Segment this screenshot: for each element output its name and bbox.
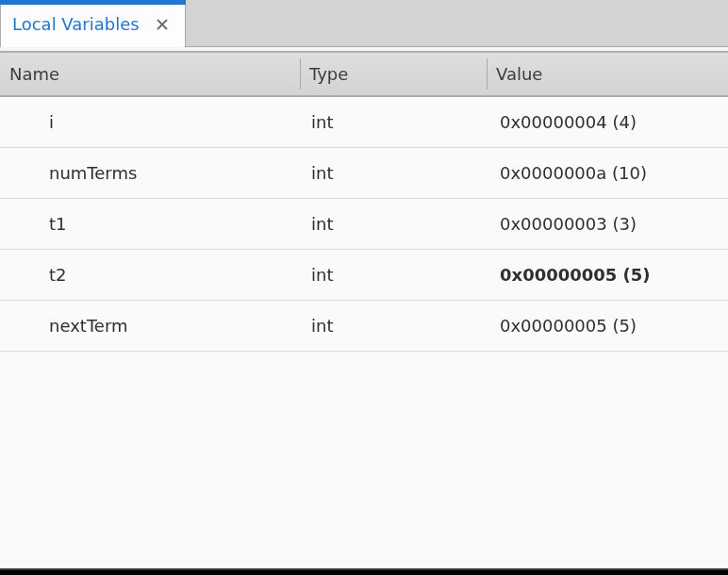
tab-label: Local Variables — [12, 14, 140, 34]
local-variables-panel: Local Variables Name Type Value iint0x00… — [0, 0, 728, 575]
column-header-value[interactable]: Value — [487, 53, 728, 97]
column-header-type[interactable]: Type — [300, 53, 487, 97]
table-row[interactable]: iint0x00000004 (4) — [0, 96, 728, 148]
tab-active-accent — [0, 0, 186, 5]
variable-type: int — [300, 199, 487, 250]
variable-type: int — [300, 96, 487, 148]
table-row[interactable]: t2int0x00000005 (5) — [0, 250, 728, 301]
table-row[interactable]: nextTermint0x00000005 (5) — [0, 301, 728, 352]
table-row[interactable]: numTermsint0x0000000a (10) — [0, 148, 728, 199]
close-icon[interactable] — [155, 17, 170, 32]
variables-table: Name Type Value iint0x00000004 (4)numTer… — [0, 52, 728, 352]
tab-bar: Local Variables — [0, 0, 728, 47]
footer-divider — [0, 568, 728, 575]
variable-value: 0x00000005 (5) — [487, 301, 728, 352]
tab-local-variables[interactable]: Local Variables — [0, 0, 186, 47]
variable-value: 0x00000004 (4) — [487, 96, 728, 148]
variable-name: nextTerm — [0, 301, 300, 352]
variable-name: t1 — [0, 199, 300, 250]
table-header-row: Name Type Value — [0, 53, 728, 97]
variable-type: int — [300, 250, 487, 301]
variable-type: int — [300, 148, 487, 199]
table-row[interactable]: t1int0x00000003 (3) — [0, 199, 728, 250]
variable-name: i — [0, 96, 300, 148]
variable-value: 0x00000005 (5) — [487, 250, 728, 301]
column-header-name[interactable]: Name — [0, 53, 300, 97]
variable-name: numTerms — [0, 148, 300, 199]
variable-value: 0x00000003 (3) — [487, 199, 728, 250]
variables-grid: Name Type Value iint0x00000004 (4)numTer… — [0, 51, 728, 568]
variable-value: 0x0000000a (10) — [487, 148, 728, 199]
variable-name: t2 — [0, 250, 300, 301]
variable-type: int — [300, 301, 487, 352]
